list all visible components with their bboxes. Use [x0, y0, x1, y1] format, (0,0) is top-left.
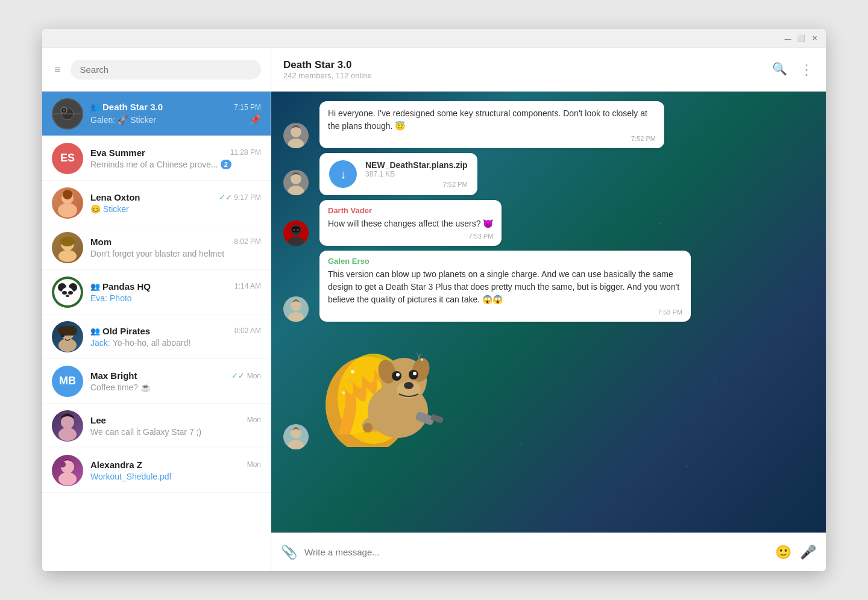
- svg-point-9: [58, 250, 77, 262]
- emoji-icon[interactable]: 🙂: [775, 545, 791, 560]
- message-bubble-1: Hi everyone. I've redesigned some key st…: [319, 101, 664, 148]
- svg-point-4: [63, 109, 65, 111]
- svg-point-21: [61, 334, 64, 337]
- message-input[interactable]: [304, 547, 768, 557]
- chat-preview-lena-oxton: 😊 Sticker: [90, 204, 261, 214]
- group-icon-death-star: 👥: [90, 102, 100, 111]
- message-avatar-galen: [283, 296, 309, 322]
- chat-header-subtitle: 242 members, 112 online: [283, 71, 772, 80]
- attach-icon[interactable]: 📎: [281, 545, 297, 560]
- chat-info-lena-oxton: Lena Oxton ✓✓ 9:17 PM 😊 Sticker: [90, 192, 261, 214]
- sidebar: ≡: [42, 48, 271, 571]
- hamburger-icon[interactable]: ≡: [52, 61, 63, 78]
- chat-time-death-star: 7:15 PM: [234, 103, 261, 111]
- message-4: Galen Erso This version can blow up two …: [283, 251, 814, 322]
- svg-point-28: [288, 139, 304, 148]
- chat-input-bar: 📎 🙂 🎤: [271, 533, 826, 571]
- avatar-mom: [52, 232, 83, 263]
- message-bubble-file: ↓ NEW_DeathStar.plans.zip 387.1 KB 7:52 …: [319, 153, 477, 195]
- file-download-icon[interactable]: ↓: [329, 160, 357, 188]
- message-avatar-1: [283, 123, 309, 148]
- message-avatar-2: [283, 170, 309, 195]
- search-input[interactable]: [71, 60, 261, 80]
- svg-point-17: [66, 295, 69, 297]
- msg-sender-darth: Darth Vader: [328, 206, 493, 215]
- avatar-lena-oxton: [52, 187, 83, 219]
- chat-preview-alexandra-z: Workout_Shedule.pdf: [90, 472, 261, 481]
- msg-text-galen: This version can blow up two planets on …: [328, 268, 682, 306]
- chat-name-eva-summer: Eva Summer: [90, 148, 145, 158]
- chat-header: Death Star 3.0 242 members, 112 online 🔍…: [271, 48, 826, 92]
- avatar-lee: [52, 410, 83, 442]
- app-window: — ⬜ ✕ ≡: [42, 29, 826, 571]
- file-name: NEW_DeathStar.plans.zip: [365, 160, 468, 170]
- chat-header-name: Death Star 3.0: [283, 59, 772, 71]
- chat-header-info: Death Star 3.0 242 members, 112 online: [283, 59, 772, 80]
- search-icon[interactable]: 🔍: [772, 61, 787, 78]
- mic-icon[interactable]: 🎤: [800, 545, 816, 560]
- avatar-eva-summer: ES: [52, 143, 83, 174]
- msg-sender-galen: Galen Erso: [328, 257, 682, 266]
- chat-time-pandas-hq: 1:14 AM: [234, 282, 261, 290]
- minimize-button[interactable]: —: [784, 34, 792, 43]
- svg-point-56: [363, 423, 373, 433]
- msg-time-galen: 7:53 PM: [328, 308, 682, 316]
- chat-name-lena-oxton: Lena Oxton: [90, 192, 140, 202]
- chat-time-lee: Mon: [247, 416, 261, 424]
- chat-info-death-star: 👥 Death Star 3.0 7:15 PM Galen: 🚀 Sticke…: [90, 102, 261, 125]
- chat-time-max-bright: ✓✓ Mon: [231, 371, 261, 380]
- avatar-pandas-hq: [52, 277, 83, 308]
- sticker-svg: [319, 327, 458, 447]
- maximize-button[interactable]: ⬜: [797, 34, 805, 43]
- chat-name-max-bright: Max Bright: [90, 370, 137, 381]
- messages-container: Hi everyone. I've redesigned some key st…: [283, 101, 814, 449]
- chat-info-mom: Mom 8:02 PM Don't forget your blaster an…: [90, 237, 261, 258]
- input-right-icons: 🙂 🎤: [775, 545, 816, 560]
- chat-item-mom[interactable]: Mom 8:02 PM Don't forget your blaster an…: [42, 225, 271, 270]
- group-icon-pirates: 👥: [90, 327, 100, 336]
- chat-item-alexandra-z[interactable]: Alexandra Z Mon Workout_Shedule.pdf: [42, 448, 271, 493]
- svg-point-15: [62, 291, 67, 295]
- svg-rect-20: [58, 326, 77, 336]
- message-2: ↓ NEW_DeathStar.plans.zip 387.1 KB 7:52 …: [283, 153, 814, 195]
- svg-point-26: [60, 461, 66, 467]
- chat-item-lee[interactable]: Lee Mon We can call it Galaxy Star 7 ;): [42, 404, 271, 448]
- message-3: Darth Vader How will these changes affec…: [283, 200, 814, 246]
- svg-point-53: [396, 373, 400, 377]
- chat-time-old-pirates: 0:02 AM: [234, 327, 261, 335]
- svg-rect-36: [297, 229, 299, 231]
- chat-item-eva-summer[interactable]: ES Eva Summer 11:28 PM Reminds me of a C…: [42, 136, 271, 181]
- sidebar-header: ≡: [42, 48, 271, 92]
- msg-time-1: 7:52 PM: [328, 135, 656, 142]
- chat-item-max-bright[interactable]: MB Max Bright ✓✓ Mon: [42, 359, 271, 404]
- chat-info-old-pirates: 👥 Old Pirates 0:02 AM Jack: Yo-ho-ho, al…: [90, 326, 261, 348]
- more-icon[interactable]: ⋮: [799, 61, 814, 78]
- chat-item-pandas-hq[interactable]: 👥 Pandas HQ 1:14 AM Eva: Photo: [42, 270, 271, 314]
- chat-preview-max-bright: Coffee time? ☕: [90, 383, 261, 392]
- svg-point-60: [421, 358, 423, 361]
- chat-name-old-pirates: 👥 Old Pirates: [90, 326, 150, 336]
- chat-item-lena-oxton[interactable]: Lena Oxton ✓✓ 9:17 PM 😊 Sticker: [42, 181, 271, 225]
- chat-time-mom: 8:02 PM: [234, 237, 261, 246]
- svg-point-38: [291, 300, 301, 311]
- check-icon-lena: ✓✓: [219, 193, 232, 202]
- check-icon-max: ✓✓: [231, 371, 245, 380]
- message-bubble-galen: Galen Erso This version can blow up two …: [319, 251, 691, 322]
- chat-name-mom: Mom: [90, 237, 112, 247]
- pin-icon: 📌: [249, 114, 261, 125]
- msg-text-darth: How will these changes affect the users?…: [328, 217, 493, 230]
- svg-point-59: [351, 370, 354, 373]
- chat-item-death-star[interactable]: 👥 Death Star 3.0 7:15 PM Galen: 🚀 Sticke…: [42, 92, 271, 136]
- chat-item-old-pirates[interactable]: 👥 Old Pirates 0:02 AM Jack: Yo-ho-ho, al…: [42, 314, 271, 359]
- svg-point-30: [288, 186, 304, 195]
- chat-name-pandas-hq: 👥 Pandas HQ: [90, 281, 151, 292]
- chat-preview-pandas-hq: Eva: Photo: [90, 293, 261, 303]
- svg-point-50: [404, 382, 414, 389]
- close-button[interactable]: ✕: [810, 34, 819, 43]
- avatar-death-star: [52, 98, 83, 130]
- title-bar: — ⬜ ✕: [42, 29, 826, 48]
- chat-panel: Death Star 3.0 242 members, 112 online 🔍…: [271, 48, 826, 571]
- svg-point-23: [58, 428, 77, 441]
- avatar-max-bright: MB: [52, 366, 83, 397]
- msg-time-darth: 7:53 PM: [328, 233, 493, 240]
